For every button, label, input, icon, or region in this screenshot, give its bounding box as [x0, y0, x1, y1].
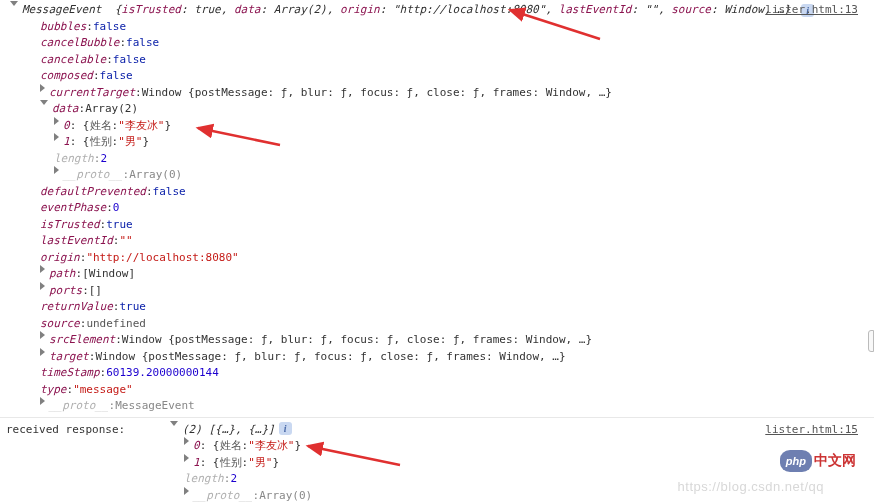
site-badge: php 中文网 [780, 450, 856, 473]
chevron-right-icon[interactable] [40, 331, 45, 339]
source-link-2[interactable]: lister.html:15 [765, 422, 858, 439]
data-proto[interactable]: __proto__: Array(0) [6, 167, 868, 184]
php-logo-icon: php [780, 450, 812, 473]
prop-path[interactable]: path: [Window] [6, 266, 868, 283]
prop-origin[interactable]: origin: "http://localhost:8080" [6, 250, 868, 267]
chevron-right-icon[interactable] [54, 117, 59, 125]
prop-default-prevented[interactable]: defaultPrevented: false [6, 184, 868, 201]
response-item-1[interactable]: 1: {性别: "男"} [170, 455, 868, 472]
site-badge-text: 中文网 [814, 450, 856, 471]
chevron-right-icon[interactable] [184, 454, 189, 462]
prop-source[interactable]: source: undefined [6, 316, 868, 333]
data-item-1[interactable]: 1: {性别: "男"} [6, 134, 868, 151]
prop-bubbles[interactable]: bubbles: false [6, 19, 868, 36]
prop-cancel-bubble[interactable]: cancelBubble: false [6, 35, 868, 52]
chevron-down-icon[interactable] [170, 421, 178, 426]
response-label: received response: [6, 422, 170, 439]
data-length: length: 2 [6, 151, 868, 168]
prop-src-element[interactable]: srcElement: Window {postMessage: ƒ, blur… [6, 332, 868, 349]
chevron-right-icon[interactable] [54, 133, 59, 141]
chevron-right-icon[interactable] [40, 84, 45, 92]
event-class: MessageEvent [22, 3, 101, 16]
prop-composed[interactable]: composed: false [6, 68, 868, 85]
watermark: https://blog.csdn.net/qq [678, 477, 824, 497]
scrollbar-thumb[interactable] [868, 330, 874, 352]
prop-is-trusted[interactable]: isTrusted: true [6, 217, 868, 234]
prop-timestamp[interactable]: timeStamp: 60139.20000000144 [6, 365, 868, 382]
chevron-right-icon[interactable] [184, 437, 189, 445]
prop-cancelable[interactable]: cancelable: false [6, 52, 868, 69]
prop-last-event-id[interactable]: lastEventId: "" [6, 233, 868, 250]
response-item-0[interactable]: 0: {姓名: "李友冰"} [170, 438, 868, 455]
open-brace: { [108, 3, 121, 16]
console-message-1: lister.html:13 MessageEvent {isTrusted: … [0, 0, 874, 418]
header-row[interactable]: MessageEvent {isTrusted: true, data: Arr… [6, 2, 868, 19]
prop-current-target[interactable]: currentTarget: Window {postMessage: ƒ, b… [6, 85, 868, 102]
prop-type[interactable]: type: "message" [6, 382, 868, 399]
data-item-0[interactable]: 0: {姓名: "李友冰"} [6, 118, 868, 135]
chevron-right-icon[interactable] [40, 397, 45, 405]
chevron-right-icon[interactable] [40, 348, 45, 356]
chevron-right-icon[interactable] [40, 282, 45, 290]
source-link-1[interactable]: lister.html:13 [765, 2, 858, 19]
info-icon[interactable]: i [279, 422, 292, 435]
chevron-right-icon[interactable] [54, 166, 59, 174]
prop-proto[interactable]: __proto__: MessageEvent [6, 398, 868, 415]
chevron-down-icon[interactable] [40, 100, 48, 105]
prop-data[interactable]: data: Array(2) [6, 101, 868, 118]
prop-return-value[interactable]: returnValue: true [6, 299, 868, 316]
prop-target[interactable]: target: Window {postMessage: ƒ, blur: ƒ,… [6, 349, 868, 366]
expand-toggle-icon[interactable] [10, 1, 18, 6]
response-preview[interactable]: (2) [{…}, {…}] i [170, 422, 868, 439]
prop-event-phase[interactable]: eventPhase: 0 [6, 200, 868, 217]
chevron-right-icon[interactable] [184, 487, 189, 495]
prop-ports[interactable]: ports: [] [6, 283, 868, 300]
chevron-right-icon[interactable] [40, 265, 45, 273]
